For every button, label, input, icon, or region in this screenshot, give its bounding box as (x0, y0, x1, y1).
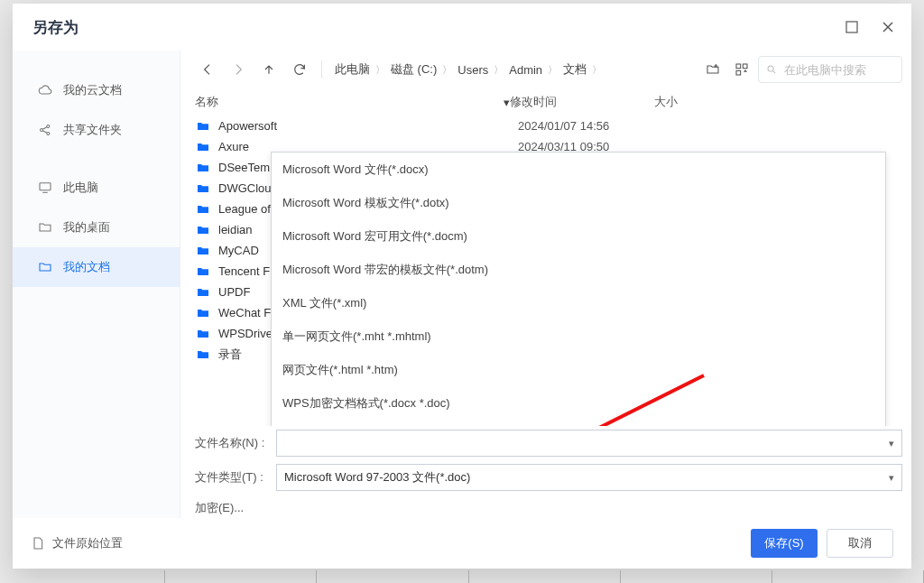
sort-indicator-icon: ▾ (504, 96, 510, 109)
sidebar-item-label: 我的云文档 (63, 82, 122, 98)
sidebar-item-label: 共享文件夹 (63, 122, 122, 138)
sidebar-item-cloud-docs[interactable]: 我的云文档 (13, 70, 180, 110)
chevron-down-icon: ▾ (889, 472, 894, 484)
chevron-right-icon: 〉 (548, 63, 558, 77)
svg-point-5 (47, 133, 50, 135)
file-name-row: 文件名称(N) : ▾ (189, 426, 911, 460)
svg-point-3 (41, 129, 43, 132)
footer-bar: 文件原始位置 保存(S) 取消 (13, 518, 911, 569)
list-header: 名称 ▾ 修改时间 大小 (189, 88, 911, 116)
save-as-dialog: 另存为 我的云文档 共享文件夹 (13, 4, 911, 569)
sidebar: 我的云文档 共享文件夹 此电脑 我的桌面 (13, 51, 180, 518)
sidebar-item-shared[interactable]: 共享文件夹 (13, 110, 180, 150)
col-modified[interactable]: 修改时间 (510, 94, 654, 110)
file-type-label: 文件类型(T) : (195, 469, 265, 486)
background-grid (14, 570, 924, 583)
encrypt-link[interactable]: 加密(E)... (189, 495, 911, 518)
up-button[interactable] (256, 57, 282, 82)
chevron-right-icon: 〉 (442, 63, 452, 77)
breadcrumb-seg[interactable]: 文档 (563, 61, 587, 78)
chevron-right-icon: 〉 (592, 63, 602, 77)
sidebar-item-desktop[interactable]: 我的桌面 (13, 208, 180, 247)
col-size[interactable]: 大小 (654, 94, 762, 110)
svg-rect-8 (40, 183, 51, 190)
title-bar: 另存为 (13, 4, 911, 51)
sidebar-item-label: 我的桌面 (63, 219, 110, 236)
svg-rect-11 (743, 64, 747, 69)
file-type-dropdown: Microsoft Word 文件(*.docx) Microsoft Word… (271, 152, 886, 426)
share-icon (38, 123, 52, 137)
main-panel: 此电脑〉 磁盘 (C:)〉 Users〉 Admin〉 文档〉 名 (180, 51, 911, 518)
refresh-button[interactable] (287, 57, 312, 82)
chevron-down-icon: ▾ (889, 438, 894, 449)
file-type-option[interactable]: Microsoft Word 文件(*.docx) (272, 153, 885, 186)
breadcrumb-seg[interactable]: 磁盘 (C:) (391, 61, 437, 78)
breadcrumb-seg[interactable]: Users (457, 63, 488, 77)
sidebar-item-label: 我的文档 (63, 259, 110, 275)
col-name[interactable]: 名称 (195, 94, 520, 110)
breadcrumb[interactable]: 此电脑〉 磁盘 (C:)〉 Users〉 Admin〉 文档〉 (331, 61, 695, 78)
monitor-icon (38, 180, 52, 195)
cloud-icon (38, 83, 52, 97)
maximize-button[interactable] (834, 9, 870, 45)
sidebar-item-documents[interactable]: 我的文档 (13, 247, 180, 287)
svg-point-13 (768, 66, 773, 71)
sidebar-item-this-pc[interactable]: 此电脑 (13, 168, 180, 208)
save-button[interactable]: 保存(S) (751, 529, 818, 558)
file-type-option[interactable]: 网页文件(*.html *.htm) (272, 353, 885, 386)
svg-line-14 (773, 71, 776, 74)
svg-line-6 (42, 127, 47, 130)
search-input[interactable] (782, 62, 894, 78)
original-location-link[interactable]: 文件原始位置 (31, 535, 123, 551)
forward-button[interactable] (226, 57, 251, 82)
close-button[interactable] (870, 9, 906, 45)
svg-rect-0 (846, 22, 857, 32)
search-box[interactable] (758, 56, 902, 83)
view-mode-button[interactable] (729, 57, 754, 82)
file-type-option[interactable]: XML 文件(*.xml) (272, 286, 885, 319)
dialog-title: 另存为 (32, 17, 79, 38)
file-type-option[interactable]: Word XML 文档(*.xml) (272, 420, 885, 426)
search-icon (766, 63, 777, 76)
breadcrumb-seg[interactable]: 此电脑 (335, 61, 370, 78)
file-type-option[interactable]: 单一网页文件(*.mht *.mhtml) (272, 319, 885, 353)
svg-rect-12 (736, 70, 741, 75)
file-type-select[interactable]: Microsoft Word 97-2003 文件(*.doc)▾ (276, 464, 902, 491)
chevron-right-icon: 〉 (494, 63, 504, 77)
file-type-row: 文件类型(T) : Microsoft Word 97-2003 文件(*.do… (189, 460, 911, 495)
svg-line-7 (42, 131, 47, 134)
file-list: Apowersoft2024/01/07 14:56 Axure2024/03/… (189, 116, 911, 426)
nav-toolbar: 此电脑〉 磁盘 (C:)〉 Users〉 Admin〉 文档〉 (189, 51, 911, 88)
folder-outline-icon (38, 260, 52, 274)
svg-rect-10 (736, 64, 741, 69)
document-icon (31, 536, 45, 551)
file-type-option[interactable]: Microsoft Word 带宏的模板文件(*.dotm) (272, 253, 885, 286)
file-type-option[interactable]: WPS加密文档格式(*.docx *.doc) (272, 386, 885, 420)
file-type-option[interactable]: Microsoft Word 模板文件(*.dotx) (272, 186, 885, 219)
back-button[interactable] (195, 57, 220, 82)
list-item[interactable]: Apowersoft2024/01/07 14:56 (189, 116, 911, 136)
sidebar-item-label: 此电脑 (63, 180, 98, 196)
new-folder-button[interactable] (700, 57, 725, 82)
file-type-option[interactable]: Microsoft Word 宏可用文件(*.docm) (272, 219, 885, 253)
cancel-button[interactable]: 取消 (827, 529, 893, 558)
chevron-right-icon: 〉 (375, 63, 385, 77)
folder-outline-icon (38, 220, 52, 235)
breadcrumb-seg[interactable]: Admin (509, 63, 542, 77)
file-name-input[interactable]: ▾ (276, 430, 902, 457)
file-name-label: 文件名称(N) : (195, 435, 265, 451)
svg-point-4 (47, 125, 50, 128)
